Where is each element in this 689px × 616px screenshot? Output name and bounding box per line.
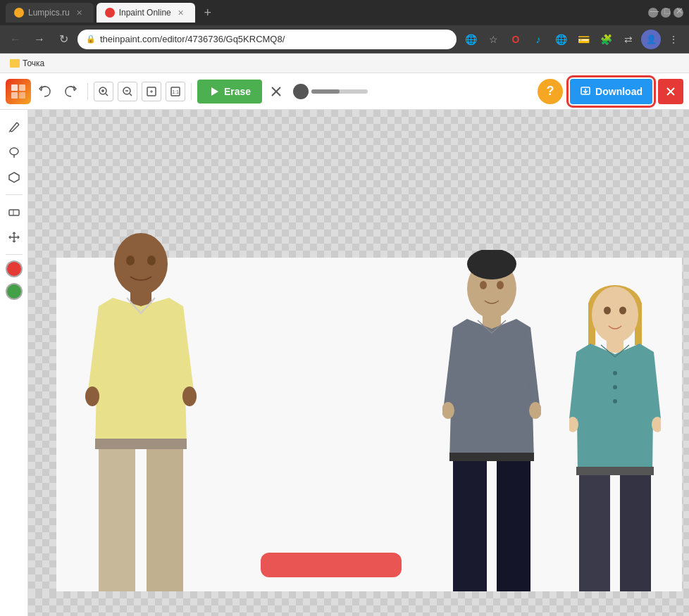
left-tools-panel [0,110,28,616]
svg-point-43 [147,256,156,265]
new-tab-button[interactable]: + [198,3,218,23]
brush-size-control[interactable] [293,84,368,99]
app-area: 1:1 Erase [0,73,689,616]
zoom-actual-button[interactable]: 1:1 [166,82,185,101]
tab-inpaint-icon [105,8,115,18]
zoom-out-button[interactable] [118,82,137,101]
polygon-tool-button[interactable] [3,166,25,189]
zoom-in-button[interactable] [94,82,113,101]
maximize-text-btn[interactable]: □ [664,6,670,16]
svg-point-53 [497,281,504,289]
back-button[interactable]: ← [6,30,25,49]
canvas-main[interactable] [28,110,689,616]
music-button[interactable]: ♪ [528,30,548,49]
extensions-button[interactable]: 🧩 [596,30,616,49]
svg-marker-30 [9,172,19,182]
svg-rect-2 [11,92,18,99]
tool-separator-2 [6,254,23,255]
svg-line-7 [106,94,108,96]
opera-icon[interactable]: O [506,30,526,49]
color-green-button[interactable] [6,283,23,300]
lock-icon: 🔒 [86,34,96,44]
svg-rect-50 [497,458,530,595]
person-left-svg [85,222,197,595]
address-text: theinpaint.com/editor/4736736/Gq5KRCMQ8/ [100,34,448,44]
wallet-button[interactable]: 💳 [573,30,593,49]
person-right-svg [569,278,661,595]
zoom-out-icon [122,86,133,97]
image-white-bg [56,138,682,595]
folder-icon [10,59,20,68]
svg-point-45 [467,250,516,279]
translate-button[interactable]: 🌐 [461,30,480,49]
tab-lumpics[interactable]: Lumpics.ru ✕ [6,3,94,23]
svg-line-26 [10,131,12,132]
svg-point-52 [480,281,487,289]
svg-point-67 [604,307,611,315]
profile-button[interactable]: 👤 [641,30,661,49]
svg-rect-3 [19,92,25,99]
zoom-actual-icon: 1:1 [170,86,181,97]
download-icon [580,86,591,97]
lasso-icon [8,146,20,158]
svg-rect-40 [147,444,183,595]
undo-icon [39,85,51,98]
svg-point-60 [613,385,617,389]
svg-rect-31 [9,210,19,215]
brush-slider-track [311,89,368,94]
lasso-tool-button[interactable] [3,141,25,163]
svg-marker-16 [211,87,218,96]
cancel-button[interactable] [265,80,287,103]
menu-button[interactable]: ⋮ [664,30,683,49]
download-button[interactable]: Download [570,79,652,104]
close-editor-icon [665,86,676,97]
svg-point-57 [592,287,638,343]
zoom-fit-button[interactable] [142,82,161,101]
address-input[interactable]: 🔒 theinpaint.com/editor/4736736/Gq5KRCMQ… [77,30,457,49]
tab-lumpics-icon [14,8,24,18]
undo-button[interactable] [34,80,56,103]
minimize-text-btn[interactable]: — [650,6,659,16]
svg-point-35 [114,233,168,295]
bookmark-tochka[interactable]: Точка [6,57,49,70]
color-red-button[interactable] [6,260,23,277]
eraser-tool-button[interactable] [3,201,25,223]
svg-rect-41 [95,439,187,449]
bookmark-tochka-label: Точка [23,58,44,68]
vpn-button[interactable]: 🌐 [551,30,571,49]
close-editor-button[interactable] [658,79,683,104]
erase-button[interactable]: Erase [197,80,262,103]
close-text-btn[interactable]: ✕ [676,6,683,16]
bookmark-bar: Точка [0,54,689,73]
tab-lumpics-close[interactable]: ✕ [74,7,85,18]
canvas-area [0,110,689,616]
svg-line-27 [9,131,10,132]
redo-button[interactable] [59,80,82,103]
brush-slider-fill [311,89,340,94]
forward-button[interactable]: → [30,30,49,49]
svg-point-59 [613,371,617,375]
reload-button[interactable]: ↻ [54,30,73,49]
svg-rect-49 [453,458,487,595]
svg-point-37 [85,386,99,406]
svg-point-61 [613,399,617,403]
pencil-icon [8,120,20,133]
pencil-tool-button[interactable] [3,115,25,138]
svg-rect-36 [130,289,151,306]
separator-1 [87,83,88,100]
eraser-icon [8,206,20,218]
download-label: Download [595,86,643,97]
separator-2 [191,83,192,100]
svg-rect-66 [576,467,654,475]
move-tool-button[interactable] [3,226,25,249]
tab-inpaint-close[interactable]: ✕ [175,7,187,18]
sync-button[interactable]: ⇄ [619,30,638,49]
redo-icon [64,85,77,98]
bookmark-button[interactable]: ☆ [483,30,503,49]
logo-icon [10,83,27,100]
tool-separator-1 [6,194,23,195]
svg-rect-65 [620,472,651,595]
help-button[interactable]: ? [538,79,563,104]
svg-point-42 [126,256,135,265]
tab-inpaint[interactable]: Inpaint Online ✕ [97,3,195,23]
